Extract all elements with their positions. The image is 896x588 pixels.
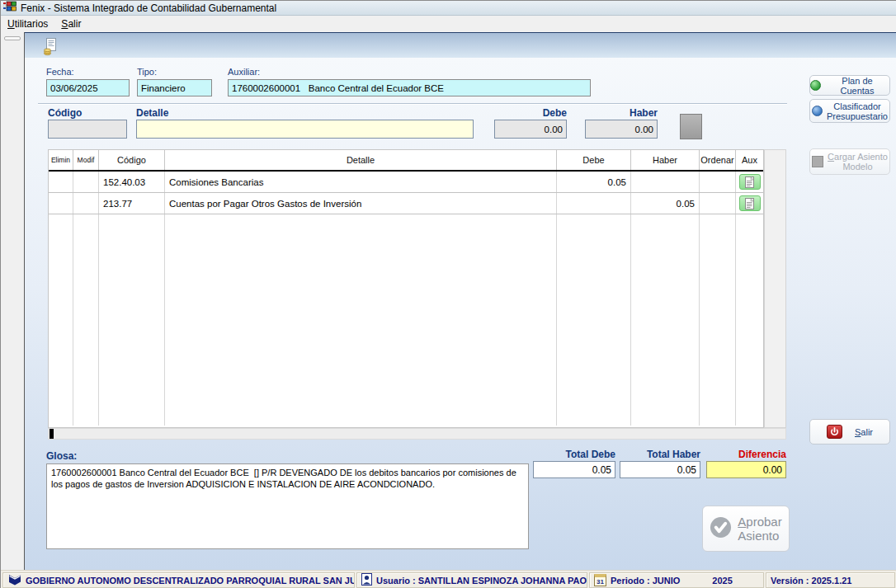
version-text: Versión : 2025.1.21 — [771, 576, 851, 586]
codigo-input[interactable] — [48, 120, 127, 139]
user-icon — [361, 573, 372, 587]
grid-vertical-scrollbar[interactable] — [764, 149, 786, 428]
cell-codigo: 213.77 — [99, 193, 165, 214]
menu-utilitarios[interactable]: Utilitarios — [1, 16, 54, 31]
grid-header-row: Elimin Modif Código Detalle Debe Haber O… — [49, 150, 763, 172]
book-icon — [7, 573, 21, 587]
blue-sphere-icon — [812, 106, 823, 116]
cell-detalle: Comisiones Bancarias — [165, 172, 557, 192]
panel-grip[interactable] — [4, 36, 21, 40]
window-title: Fenix - Sistema Integrado de Contabilida… — [21, 2, 276, 14]
plan-de-cuentas-button[interactable]: Plan de Cuentas — [809, 75, 890, 96]
total-debe-label: Total Debe — [533, 449, 615, 460]
glosa-label: Glosa: — [46, 450, 77, 462]
aux-detail-button[interactable] — [739, 174, 761, 190]
tipo-input[interactable] — [137, 79, 212, 96]
app-window: Fenix - Sistema Integrado de Contabilida… — [0, 0, 896, 588]
debe-label: Debe — [494, 107, 567, 119]
left-panel-strip — [1, 32, 25, 570]
diferencia-label: Diferencia — [706, 449, 786, 460]
grid-row[interactable]: 152.40.03 Comisiones Bancarias 0.05 — [49, 172, 763, 193]
auxiliar-label: Auxiliar: — [228, 67, 260, 77]
col-header-aux: Aux — [736, 150, 763, 170]
col-header-debe: Debe — [557, 150, 631, 170]
cell-debe — [557, 193, 631, 214]
haber-input[interactable] — [585, 120, 658, 139]
salir-label: Salir — [855, 427, 873, 437]
auxiliar-input[interactable] — [228, 79, 591, 96]
cell-detalle: Cuentas por Pagar Otros Gastos de Invers… — [165, 193, 557, 214]
grid-empty-area — [49, 214, 763, 426]
cell-elimin — [49, 193, 73, 214]
scroll-thumb[interactable] — [50, 429, 54, 439]
codigo-label: Código — [48, 107, 82, 119]
menu-salir[interactable]: Salir — [54, 16, 87, 31]
grid-horizontal-scrollbar[interactable] — [48, 428, 786, 440]
clasificador-presupuestario-button[interactable]: Clasificador Presupuestario — [809, 99, 890, 123]
cell-aux — [736, 172, 763, 192]
col-header-haber: Haber — [631, 150, 700, 170]
calendar-icon: 31 — [594, 574, 606, 586]
aprobar-label: Aprobar Asiento — [738, 515, 781, 543]
total-haber-field — [620, 461, 700, 478]
gray-square-icon — [812, 156, 823, 167]
user-text: Usuario : SANTILLAN ESPINOZA JOHANNA PAO… — [376, 576, 587, 586]
cell-modif — [73, 172, 99, 192]
divider — [38, 103, 787, 105]
power-icon — [827, 425, 842, 439]
app-icon — [3, 1, 17, 16]
cargar-label: Cargar Asiento Modelo — [828, 152, 888, 172]
col-header-detalle: Detalle — [165, 150, 557, 170]
salir-button[interactable]: Salir — [809, 419, 890, 445]
diferencia-field — [706, 461, 786, 478]
entry-form: Fecha: Tipo: Auxiliar: Código Detalle De… — [25, 58, 896, 570]
col-header-ordenar: Ordenar — [700, 150, 736, 170]
journal-entry-icon[interactable] — [39, 36, 62, 57]
total-haber-label: Total Haber — [620, 449, 700, 460]
cell-haber: 0.05 — [631, 193, 700, 214]
fecha-input[interactable] — [46, 79, 130, 96]
plan-de-cuentas-label: Plan de Cuentas — [825, 76, 889, 96]
aprobar-asiento-button[interactable]: Aprobar Asiento — [702, 506, 790, 552]
period-year: 2025 — [712, 576, 732, 586]
status-period: 31 Periodo : JUNIO 2025 — [589, 572, 764, 588]
cell-ordenar — [700, 172, 736, 192]
haber-label: Haber — [585, 107, 658, 119]
add-line-button[interactable] — [680, 114, 702, 139]
grid-row[interactable]: 213.77 Cuentas por Pagar Otros Gastos de… — [49, 193, 763, 214]
cell-modif — [73, 193, 99, 214]
detalle-input[interactable] — [136, 120, 474, 139]
cell-elimin — [49, 172, 73, 192]
cargar-asiento-modelo-button[interactable]: Cargar Asiento Modelo — [809, 148, 890, 175]
debe-input[interactable] — [494, 120, 567, 139]
entries-grid: Elimin Modif Código Detalle Debe Haber O… — [48, 149, 764, 428]
status-user: Usuario : SANTILLAN ESPINOZA JOHANNA PAO… — [356, 572, 587, 588]
title-bar: Fenix - Sistema Integrado de Contabilida… — [1, 1, 896, 16]
cell-debe: 0.05 — [557, 172, 631, 192]
col-header-modif: Modif — [73, 150, 99, 170]
total-debe-field — [533, 461, 615, 478]
cell-haber — [631, 172, 700, 192]
tipo-label: Tipo: — [137, 67, 157, 77]
status-bar: GOBIERNO AUTONOMO DESCENTRALIZADO PARROQ… — [1, 570, 896, 588]
cell-aux — [736, 193, 763, 214]
clasificador-label: Clasificador Presupuestario — [827, 101, 888, 121]
aux-detail-button[interactable] — [739, 195, 761, 211]
cell-codigo: 152.40.03 — [99, 172, 165, 192]
toolbar — [25, 32, 896, 58]
detalle-label: Detalle — [136, 107, 168, 119]
col-header-codigo: Código — [99, 150, 165, 170]
fecha-label: Fecha: — [46, 67, 74, 77]
menu-bar: Utilitarios Salir — [1, 16, 896, 32]
cell-ordenar — [700, 193, 736, 214]
col-header-elimin: Elimin — [49, 150, 73, 170]
period-text: Periodo : JUNIO — [611, 576, 680, 586]
status-entity: GOBIERNO AUTONOMO DESCENTRALIZADO PARROQ… — [2, 572, 355, 588]
status-version: Versión : 2025.1.21 — [766, 572, 895, 588]
check-icon — [710, 516, 732, 541]
entity-text: GOBIERNO AUTONOMO DESCENTRALIZADO PARROQ… — [26, 576, 355, 586]
glosa-textarea[interactable]: 1760002600001 Banco Central del Ecuador … — [46, 463, 529, 549]
green-sphere-icon — [810, 80, 821, 91]
